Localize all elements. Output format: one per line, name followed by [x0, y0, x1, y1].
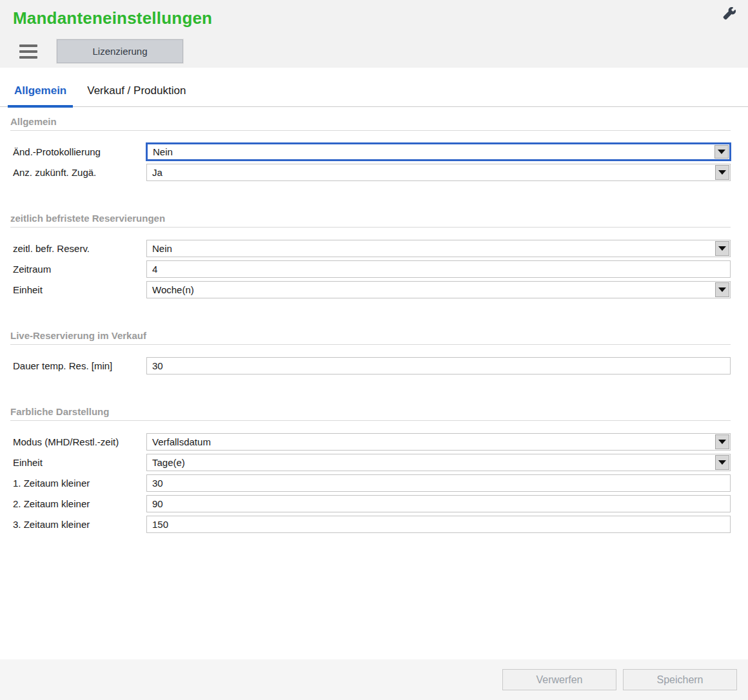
select-value: Verfallsdatum [152, 436, 211, 447]
anz-zuk-nft-zug-select[interactable]: Ja [146, 164, 731, 181]
field-row-einheit: EinheitTage(e) [10, 454, 731, 471]
field-label: zeitl. befr. Reserv. [10, 243, 146, 254]
field-row-zeitraum: Zeitraum [10, 260, 731, 278]
field-label: Einheit [10, 457, 146, 468]
app-header: Mandanteneinstellungen Lizenzierung [0, 0, 748, 68]
field-control: Nein [146, 143, 731, 160]
section-divider [10, 420, 731, 421]
section-title: Live-Reservierung im Verkauf [10, 302, 731, 341]
field-row-dauer-temp-res-min: Dauer temp. Res. [min] [10, 357, 731, 374]
verwerfen-button[interactable]: Verwerfen [502, 669, 616, 690]
select-value: Woche(n) [152, 284, 194, 295]
select-value: Nein [153, 146, 173, 157]
section-divider [10, 344, 731, 345]
field-label: Zeitraum [10, 264, 146, 275]
zeitraum-input[interactable] [146, 260, 731, 278]
nd-protokollierung-select[interactable]: Nein [146, 143, 731, 160]
1-zeitaum-kleiner-input[interactable] [146, 474, 731, 492]
modus-mhd-restl-zeit-select[interactable]: Verfallsdatum [146, 433, 731, 451]
2-zeitaum-kleiner-input[interactable] [146, 495, 731, 512]
field-row-nd-protokollierung: Änd.-ProtokollierungNein [10, 143, 731, 160]
field-label: Anz. zukünft. Zugä. [10, 167, 146, 178]
field-label: 2. Zeitaum kleiner [10, 498, 146, 509]
chevron-down-icon [718, 150, 725, 154]
field-control: Ja [146, 164, 731, 181]
dropdown-button[interactable] [715, 282, 729, 297]
app-footer: Verwerfen Speichern [0, 659, 748, 700]
einheit-select[interactable]: Tage(e) [146, 454, 731, 471]
section-divider [10, 227, 731, 228]
tab-allgemein[interactable]: Allgemein [8, 84, 73, 106]
field-row-einheit: EinheitWoche(n) [10, 281, 731, 298]
3-zeitaum-kleiner-input[interactable] [146, 516, 731, 533]
dropdown-button[interactable] [715, 434, 729, 449]
section-title: Allgemein [10, 116, 731, 127]
field-row-zeitl-befr-reserv: zeitl. befr. Reserv.Nein [10, 240, 731, 257]
form-section-allgemein: AllgemeinÄnd.-ProtokollierungNeinAnz. zu… [10, 116, 731, 181]
page-title: Mandanteneinstellungen [13, 8, 735, 28]
tab-verkauf-produktion[interactable]: Verkauf / Produktion [81, 84, 192, 106]
form-section-zeitlich-befristete-reservierungen: zeitlich befristete Reservierungenzeitl.… [10, 184, 731, 298]
section-title: Farbliche Darstellung [10, 378, 731, 417]
section-divider [10, 130, 731, 131]
field-control [146, 474, 731, 492]
field-control [146, 357, 731, 374]
field-label: Änd.-Protokollierung [10, 146, 146, 157]
dropdown-button[interactable] [715, 455, 729, 470]
field-control [146, 516, 731, 533]
field-control: Verfallsdatum [146, 433, 731, 451]
einheit-select[interactable]: Woche(n) [146, 281, 731, 298]
chevron-down-icon [718, 460, 726, 465]
field-label: Modus (MHD/Restl.-zeit) [10, 436, 146, 447]
section-title: zeitlich befristete Reservierungen [10, 184, 731, 224]
field-control: Tage(e) [146, 454, 731, 471]
header-toolbar: Lizenzierung [13, 39, 735, 63]
chevron-down-icon [718, 246, 726, 251]
field-label: 1. Zeitaum kleiner [10, 478, 146, 489]
select-value: Tage(e) [152, 457, 185, 468]
lizenzierung-button[interactable]: Lizenzierung [57, 39, 183, 63]
field-row-2-zeitaum-kleiner: 2. Zeitaum kleiner [10, 495, 731, 512]
field-row-1-zeitaum-kleiner: 1. Zeitaum kleiner [10, 474, 731, 492]
speichern-button[interactable]: Speichern [623, 669, 737, 690]
dropdown-button[interactable] [715, 241, 729, 256]
select-value: Ja [152, 167, 162, 178]
field-control: Woche(n) [146, 281, 731, 298]
dropdown-button[interactable] [714, 145, 729, 159]
wrench-icon[interactable] [722, 6, 736, 21]
field-label: Einheit [10, 284, 146, 295]
field-row-anz-zuk-nft-zug: Anz. zukünft. Zugä.Ja [10, 164, 731, 181]
settings-form: AllgemeinÄnd.-ProtokollierungNeinAnz. zu… [0, 107, 748, 533]
select-value: Nein [152, 243, 172, 254]
form-section-farbliche-darstellung: Farbliche DarstellungModus (MHD/Restl.-z… [10, 378, 731, 533]
field-row-modus-mhd-restl-zeit: Modus (MHD/Restl.-zeit)Verfallsdatum [10, 433, 731, 451]
field-control [146, 495, 731, 512]
field-label: Dauer temp. Res. [min] [10, 360, 146, 371]
hamburger-menu-icon[interactable] [19, 44, 37, 59]
chevron-down-icon [718, 170, 726, 175]
field-control [146, 260, 731, 278]
tab-bar: Allgemein Verkauf / Produktion [0, 68, 748, 107]
chevron-down-icon [718, 440, 726, 444]
dropdown-button[interactable] [715, 165, 729, 180]
chevron-down-icon [718, 287, 726, 292]
zeitl-befr-reserv-select[interactable]: Nein [146, 240, 731, 257]
form-section-live-reservierung-im-verkauf: Live-Reservierung im VerkaufDauer temp. … [10, 302, 731, 374]
field-label: 3. Zeitaum kleiner [10, 519, 146, 530]
field-control: Nein [146, 240, 731, 257]
dauer-temp-res-min-input[interactable] [146, 357, 731, 374]
field-row-3-zeitaum-kleiner: 3. Zeitaum kleiner [10, 516, 731, 533]
